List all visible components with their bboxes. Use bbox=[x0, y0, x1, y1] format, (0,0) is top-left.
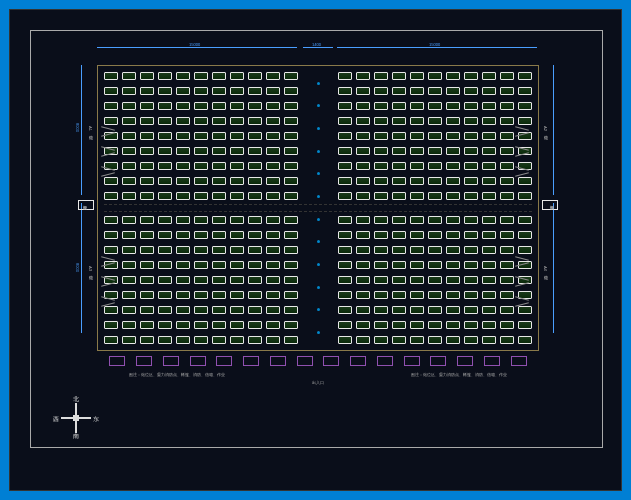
rack-bay[interactable] bbox=[266, 246, 280, 254]
rack-bay[interactable] bbox=[356, 102, 370, 110]
rack-bay[interactable] bbox=[356, 162, 370, 170]
quadrant-a4[interactable] bbox=[338, 216, 532, 344]
rack-bay[interactable] bbox=[284, 102, 298, 110]
rack-bay[interactable] bbox=[428, 321, 442, 329]
dock-door[interactable] bbox=[404, 356, 420, 366]
rack-bay[interactable] bbox=[230, 177, 244, 185]
rack-bay[interactable] bbox=[428, 216, 442, 224]
rack-bay[interactable] bbox=[212, 192, 226, 200]
rack-bay[interactable] bbox=[446, 306, 460, 314]
rack-bay[interactable] bbox=[230, 276, 244, 284]
rack-bay[interactable] bbox=[410, 336, 424, 344]
rack-bay[interactable] bbox=[482, 117, 496, 125]
rack-bay[interactable] bbox=[194, 231, 208, 239]
dock-door[interactable] bbox=[190, 356, 206, 366]
rack-bay[interactable] bbox=[266, 336, 280, 344]
rack-bay[interactable] bbox=[194, 87, 208, 95]
rack-bay[interactable] bbox=[464, 216, 478, 224]
quadrant-a2[interactable] bbox=[338, 72, 532, 200]
rack-bay[interactable] bbox=[464, 231, 478, 239]
rack-bay[interactable] bbox=[500, 102, 514, 110]
rack-bay[interactable] bbox=[482, 321, 496, 329]
rack-bay[interactable] bbox=[410, 231, 424, 239]
rack-bay[interactable] bbox=[446, 72, 460, 80]
rack-bay[interactable] bbox=[158, 177, 172, 185]
rack-bay[interactable] bbox=[518, 87, 532, 95]
rack-bay[interactable] bbox=[140, 246, 154, 254]
rack-bay[interactable] bbox=[158, 291, 172, 299]
rack-bay[interactable] bbox=[464, 306, 478, 314]
rack-bay[interactable] bbox=[122, 216, 136, 224]
rack-bay[interactable] bbox=[212, 177, 226, 185]
rack-bay[interactable] bbox=[338, 147, 352, 155]
rack-bay[interactable] bbox=[176, 291, 190, 299]
rack-bay[interactable] bbox=[428, 306, 442, 314]
rack-bay[interactable] bbox=[428, 132, 442, 140]
rack-bay[interactable] bbox=[284, 231, 298, 239]
rack-bay[interactable] bbox=[230, 162, 244, 170]
rack-bay[interactable] bbox=[410, 87, 424, 95]
rack-bay[interactable] bbox=[176, 261, 190, 269]
rack-bay[interactable] bbox=[392, 102, 406, 110]
rack-bay[interactable] bbox=[392, 87, 406, 95]
rack-bay[interactable] bbox=[500, 246, 514, 254]
rack-bay[interactable] bbox=[158, 336, 172, 344]
rack-bay[interactable] bbox=[410, 162, 424, 170]
rack-bay[interactable] bbox=[248, 321, 262, 329]
rack-bay[interactable] bbox=[392, 177, 406, 185]
rack-bay[interactable] bbox=[482, 87, 496, 95]
rack-bay[interactable] bbox=[482, 216, 496, 224]
rack-bay[interactable] bbox=[194, 72, 208, 80]
rack-bay[interactable] bbox=[140, 306, 154, 314]
rack-bay[interactable] bbox=[140, 162, 154, 170]
rack-bay[interactable] bbox=[176, 147, 190, 155]
rack-bay[interactable] bbox=[230, 321, 244, 329]
rack-bay[interactable] bbox=[122, 147, 136, 155]
rack-bay[interactable] bbox=[230, 246, 244, 254]
rack-bay[interactable] bbox=[284, 177, 298, 185]
rack-bay[interactable] bbox=[392, 162, 406, 170]
rack-bay[interactable] bbox=[446, 246, 460, 254]
rack-bay[interactable] bbox=[446, 87, 460, 95]
rack-bay[interactable] bbox=[266, 117, 280, 125]
rack-bay[interactable] bbox=[158, 147, 172, 155]
rack-bay[interactable] bbox=[338, 117, 352, 125]
rack-bay[interactable] bbox=[248, 177, 262, 185]
rack-bay[interactable] bbox=[392, 132, 406, 140]
rack-bay[interactable] bbox=[428, 117, 442, 125]
rack-bay[interactable] bbox=[428, 336, 442, 344]
rack-bay[interactable] bbox=[212, 132, 226, 140]
rack-bay[interactable] bbox=[230, 102, 244, 110]
rack-bay[interactable] bbox=[104, 72, 118, 80]
rack-bay[interactable] bbox=[428, 177, 442, 185]
rack-bay[interactable] bbox=[356, 216, 370, 224]
rack-bay[interactable] bbox=[284, 306, 298, 314]
rack-bay[interactable] bbox=[140, 72, 154, 80]
rack-bay[interactable] bbox=[446, 162, 460, 170]
rack-bay[interactable] bbox=[122, 246, 136, 254]
rack-bay[interactable] bbox=[248, 306, 262, 314]
rack-bay[interactable] bbox=[230, 87, 244, 95]
rack-bay[interactable] bbox=[356, 291, 370, 299]
rack-bay[interactable] bbox=[248, 261, 262, 269]
rack-bay[interactable] bbox=[212, 336, 226, 344]
rack-bay[interactable] bbox=[176, 72, 190, 80]
rack-bay[interactable] bbox=[266, 216, 280, 224]
rack-bay[interactable] bbox=[122, 132, 136, 140]
rack-bay[interactable] bbox=[410, 276, 424, 284]
rack-bay[interactable] bbox=[176, 276, 190, 284]
rack-bay[interactable] bbox=[194, 117, 208, 125]
rack-bay[interactable] bbox=[230, 306, 244, 314]
rack-bay[interactable] bbox=[284, 321, 298, 329]
rack-bay[interactable] bbox=[122, 102, 136, 110]
rack-bay[interactable] bbox=[428, 162, 442, 170]
rack-bay[interactable] bbox=[212, 87, 226, 95]
rack-bay[interactable] bbox=[446, 117, 460, 125]
rack-bay[interactable] bbox=[248, 72, 262, 80]
rack-bay[interactable] bbox=[356, 336, 370, 344]
rack-bay[interactable] bbox=[392, 321, 406, 329]
rack-bay[interactable] bbox=[392, 231, 406, 239]
rack-bay[interactable] bbox=[194, 162, 208, 170]
rack-bay[interactable] bbox=[104, 87, 118, 95]
rack-bay[interactable] bbox=[140, 117, 154, 125]
